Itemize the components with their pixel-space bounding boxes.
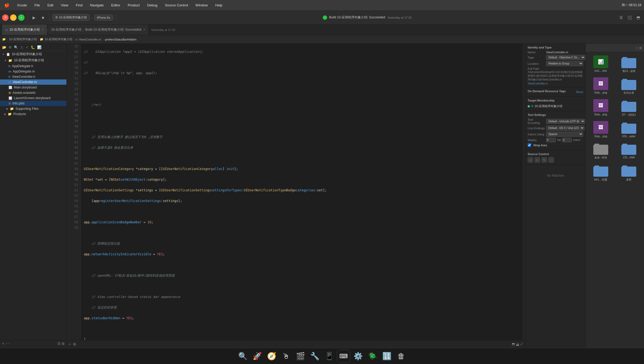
- sc-icon-4[interactable]: ⬚: [548, 157, 554, 163]
- sidebar-item-appdelegate-m[interactable]: m AppDelegate.m: [0, 69, 66, 74]
- sidebar-view-toggle[interactable]: ☰: [57, 342, 61, 346]
- apple-menu[interactable]: 🍎: [3, 2, 11, 8]
- sc-icon-1[interactable]: ◁: [528, 157, 533, 163]
- sidebar-item-group[interactable]: ▼ 📁 10-应用程序对象介绍: [0, 57, 66, 63]
- tab-close-2[interactable]: ✕: [143, 28, 145, 31]
- dock-iphone[interactable]: 📱: [323, 350, 336, 363]
- tab-close-btn[interactable]: ✕: [41, 28, 44, 31]
- dock-finder[interactable]: 🔍: [236, 350, 249, 363]
- sidebar-item-viewcontroller-m[interactable]: m ViewController.m: [0, 79, 66, 85]
- sidebar-item-assets[interactable]: ⊞ Assets.xcassets: [0, 90, 66, 95]
- editor-scrollbar[interactable]: [522, 44, 525, 340]
- encoding-select[interactable]: Default - Unicode (UTF-8): [546, 119, 585, 124]
- code-content[interactable]: 2526272829 3031323334 3536373839 4041424…: [67, 44, 525, 340]
- editor-layout-2[interactable]: ⬓: [516, 342, 519, 346]
- stop-button[interactable]: ■: [39, 14, 47, 21]
- menu-editor[interactable]: Editor: [110, 3, 122, 8]
- tab-width-input[interactable]: [546, 138, 556, 142]
- sidebar-find-icon[interactable]: 🔍: [14, 45, 18, 49]
- show-button[interactable]: Show: [576, 90, 583, 94]
- device-selector[interactable]: iPhone 6s: [94, 15, 113, 21]
- file-item-folder6[interactable]: ZJL...etail: [616, 141, 642, 161]
- file-item-folder5[interactable]: 未命···件夹: [588, 141, 614, 161]
- dock-systemprefs[interactable]: ⚙️: [351, 350, 365, 363]
- sidebar-test-icon[interactable]: ✓: [26, 45, 29, 49]
- file-item-snip1[interactable]: 🖼 Snip....png: [588, 76, 614, 96]
- far-right-btn-1[interactable]: ⬚: [635, 46, 638, 50]
- sidebar-item-appdelegate-h[interactable]: h AppDelegate.h: [0, 63, 66, 69]
- dock-elytra[interactable]: 🪲: [366, 350, 379, 363]
- sidebar-item-supporting[interactable]: ▶ 📁 Supporting Files: [0, 106, 66, 111]
- run-button[interactable]: ▶: [30, 14, 38, 21]
- sidebar-item-main-storyboard[interactable]: ⬜ Main.storyboard: [0, 85, 66, 90]
- file-item-snip2[interactable]: 🖼 Snip....png: [588, 98, 614, 118]
- endings-select[interactable]: Default - OS X / Unix (LF): [546, 126, 585, 131]
- dock-mouse[interactable]: 🖱: [279, 350, 293, 363]
- file-item-desktop[interactable]: 桌面: [616, 163, 642, 183]
- editor-layout-1[interactable]: ⬒: [512, 342, 515, 346]
- dock-launchpad[interactable]: 🚀: [251, 350, 264, 363]
- file-item-folder7[interactable]: ios1....试题: [588, 163, 614, 183]
- menu-find[interactable]: Find: [74, 3, 84, 8]
- sidebar-settings-button[interactable]: ⋯: [6, 341, 10, 346]
- breadcrumb-2[interactable]: 10-应用程序对象介绍: [45, 37, 72, 41]
- code-text[interactable]: // UIApplication *app2 = [UIApplication …: [81, 44, 522, 340]
- indent-using-select[interactable]: Spaces: [546, 132, 583, 137]
- menu-xcode[interactable]: Xcode: [15, 3, 29, 8]
- maximize-button[interactable]: +: [18, 14, 25, 21]
- sc-icon-refresh[interactable]: ↻: [542, 157, 547, 163]
- minimize-button[interactable]: −: [10, 14, 17, 21]
- file-item-folder3[interactable]: 07-⋯(优化): [616, 98, 642, 118]
- tab-build[interactable]: 10-应用程序对象介绍 | Build 10-应用程序对象介绍: Succeed…: [48, 25, 149, 35]
- editor-expand[interactable]: ⤢: [520, 342, 523, 346]
- dock-safari[interactable]: 🧭: [265, 350, 278, 363]
- sidebar-item-launch[interactable]: ⬜ LaunchScreen.storyboard: [0, 95, 66, 101]
- breadcrumb-4[interactable]: -prefersStatusBarHidden: [104, 38, 137, 41]
- menu-file[interactable]: File: [33, 3, 42, 8]
- sidebar-source-icon[interactable]: ⚙: [9, 45, 12, 49]
- menu-navigate[interactable]: Navigate: [88, 3, 105, 8]
- wrap-lines-checkbox[interactable]: [528, 143, 531, 147]
- breadcrumb-3[interactable]: ViewController.m: [79, 38, 101, 41]
- sidebar-nav-icon[interactable]: 📂: [2, 45, 6, 49]
- close-button[interactable]: ✕: [2, 14, 9, 21]
- file-item-folder2[interactable]: 车丹分享: [616, 76, 642, 96]
- far-right-btn-2[interactable]: ⊞: [639, 46, 642, 50]
- navigator-toggle[interactable]: ☰: [617, 14, 625, 21]
- dock-quicktime[interactable]: 🎬: [294, 350, 307, 363]
- sidebar-report-icon[interactable]: 📊: [37, 45, 41, 49]
- file-item-snip3[interactable]: 🖼 Snip....png: [588, 120, 614, 139]
- add-line-button[interactable]: +: [69, 342, 71, 346]
- breadcrumb-1[interactable]: 10-应用程序对象介绍: [9, 37, 37, 41]
- add-file-button[interactable]: +: [2, 341, 4, 346]
- menu-window[interactable]: Window: [194, 3, 209, 8]
- sidebar-item-products[interactable]: ▶ 📁 Products: [0, 111, 66, 117]
- menu-product[interactable]: Product: [126, 3, 141, 8]
- indent-width-input[interactable]: [562, 138, 572, 142]
- sidebar-item-viewcontroller-h[interactable]: h ViewController.h: [0, 74, 66, 79]
- menu-source-control[interactable]: Source Control: [163, 3, 190, 8]
- location-select[interactable]: Relative to Group: [546, 61, 583, 66]
- dock-tools[interactable]: 🔧: [308, 350, 321, 363]
- dock-terminal[interactable]: ⌨: [337, 350, 350, 363]
- debug-toggle[interactable]: ⬛: [626, 14, 633, 21]
- sidebar-issue-icon[interactable]: ⚠: [20, 45, 23, 49]
- file-item-xlsx[interactable]: 📊 ios1....xlsx: [588, 54, 614, 74]
- type-select[interactable]: Default - Objective-C So...: [546, 55, 585, 60]
- file-item-folder1[interactable]: 第13...业班: [616, 54, 642, 74]
- menu-debug[interactable]: Debug: [146, 3, 159, 8]
- menu-view[interactable]: View: [59, 3, 70, 8]
- sidebar-item-infoplist[interactable]: ⊞ Info.plist: [0, 101, 66, 106]
- editor-settings-button[interactable]: ⊞: [73, 342, 76, 346]
- sidebar-grid-toggle[interactable]: ⊞: [62, 342, 65, 346]
- dock-trash[interactable]: 🗑: [395, 350, 408, 363]
- sidebar-item-project[interactable]: ▼ 📋 10-应用程序对象介绍: [0, 51, 66, 57]
- dock-numpad[interactable]: 🔢: [380, 350, 393, 363]
- file-item-folder4[interactable]: KSI....aster: [616, 120, 642, 139]
- scheme-selector[interactable]: ⚙ 10-应用程序对象介绍: [52, 14, 90, 21]
- menu-edit[interactable]: Edit: [46, 3, 55, 8]
- sc-icon-2[interactable]: ▷: [535, 157, 540, 163]
- tab-viewcontroller[interactable]: m 10-应用程序对象介绍 ✕: [2, 25, 47, 35]
- inspector-toggle[interactable]: ⬒: [634, 14, 642, 21]
- sidebar-debug-icon[interactable]: 🐛: [31, 45, 35, 49]
